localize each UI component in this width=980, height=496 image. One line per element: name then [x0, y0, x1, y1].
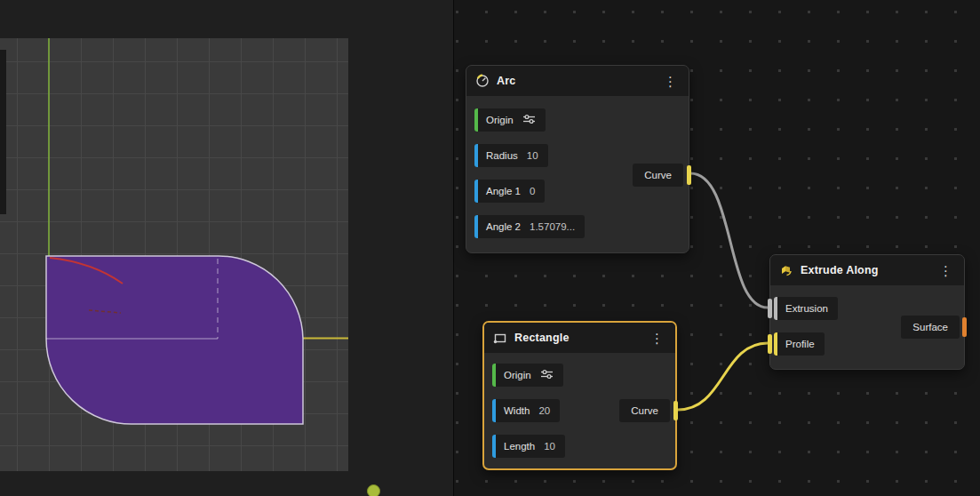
input-angle-1[interactable]: Angle 1 0: [474, 180, 545, 203]
input-label: Profile: [785, 339, 815, 349]
node-menu-button[interactable]: ⋮: [661, 75, 680, 88]
node-menu-button[interactable]: ⋮: [936, 264, 955, 277]
input-origin[interactable]: Origin: [492, 364, 563, 387]
node-arc-header[interactable]: Arc ⋮: [466, 66, 689, 96]
output-label: Curve: [631, 405, 658, 416]
extrude-along-icon: [779, 263, 793, 277]
port-strip-profile: [774, 332, 777, 356]
node-title: Extrude Along: [801, 264, 929, 276]
input-label: Length: [504, 441, 535, 452]
port-strip-angle-1: [474, 180, 478, 203]
input-label: Origin: [504, 370, 531, 380]
node-menu-button[interactable]: ⋮: [648, 332, 666, 345]
input-extrusion[interactable]: Extrusion: [774, 297, 838, 320]
output-label: Surface: [912, 322, 948, 332]
input-length[interactable]: Length 10: [492, 435, 565, 458]
input-angle-2[interactable]: Angle 2 1.57079...: [474, 215, 585, 238]
input-port-profile[interactable]: [768, 334, 772, 354]
input-label: Angle 1: [486, 186, 521, 196]
node-extrude-along-header[interactable]: Extrude Along ⋮: [770, 255, 964, 285]
sliders-icon[interactable]: [522, 114, 536, 126]
input-profile[interactable]: Profile: [774, 332, 825, 356]
output-curve[interactable]: Curve: [619, 399, 670, 422]
viewport-3d[interactable]: [0, 38, 348, 471]
input-value[interactable]: 10: [544, 441, 555, 452]
input-label: Width: [504, 405, 530, 416]
node-arc[interactable]: Arc ⋮ Origin Radius 10 Angle 1 0 Angle 2…: [466, 65, 689, 253]
extruded-shape[interactable]: [46, 256, 303, 424]
input-label: Origin: [486, 115, 514, 125]
input-label: Angle 2: [486, 221, 521, 232]
input-value[interactable]: 20: [538, 405, 550, 416]
port-strip-angle-2: [474, 215, 478, 238]
port-strip-origin: [474, 108, 478, 132]
node-title: Rectangle: [514, 332, 641, 344]
arc-icon: [475, 74, 490, 88]
input-origin[interactable]: Origin: [474, 108, 546, 132]
input-radius[interactable]: Radius 10: [474, 144, 548, 167]
input-value[interactable]: 1.57079...: [530, 221, 575, 232]
viewport-drawing: [0, 38, 348, 471]
port-strip-width: [492, 399, 496, 422]
port-strip-origin: [492, 364, 496, 387]
input-label: Radius: [486, 150, 518, 161]
rectangle-icon: [493, 331, 507, 345]
input-width[interactable]: Width 20: [492, 399, 560, 422]
input-port-extrusion[interactable]: [768, 299, 772, 318]
port-strip-length: [492, 435, 496, 458]
output-curve[interactable]: Curve: [633, 164, 683, 187]
port-strip-radius: [474, 144, 478, 167]
node-rectangle[interactable]: Rectangle ⋮ Origin Width 20 Length 10 Cu…: [482, 321, 677, 470]
snap-point-dot: [367, 484, 380, 496]
input-label: Extrusion: [785, 303, 828, 314]
sliders-icon[interactable]: [540, 369, 554, 381]
port-strip-extrusion: [774, 297, 777, 320]
panel-edge: [0, 50, 6, 214]
node-rectangle-header[interactable]: Rectangle ⋮: [484, 323, 675, 353]
output-label: Curve: [644, 170, 672, 180]
output-port-curve[interactable]: [673, 401, 678, 420]
output-port-curve[interactable]: [687, 165, 691, 185]
node-extrude-along[interactable]: Extrude Along ⋮ Extrusion Profile Surfac…: [769, 254, 965, 370]
input-value[interactable]: 0: [530, 186, 535, 196]
output-port-surface[interactable]: [962, 317, 967, 337]
input-value[interactable]: 10: [527, 150, 538, 161]
node-title: Arc: [497, 75, 654, 87]
output-surface[interactable]: Surface: [901, 316, 960, 339]
